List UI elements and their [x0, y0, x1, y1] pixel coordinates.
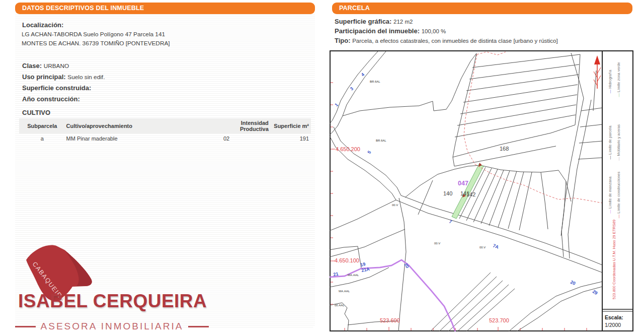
- clase-label: Clase:: [22, 62, 42, 70]
- svg-text:— Hidrografía: — Hidrografía: [608, 70, 612, 94]
- tipo-label: Tipo:: [335, 37, 351, 44]
- left-panel: DATOS DESCRIPTIVOS DEL INMUEBLE Localiza…: [15, 3, 315, 328]
- land-code: BR.6AL: [370, 80, 380, 83]
- legend-swatch-mobiliario: —: [616, 157, 621, 161]
- map-frame: [330, 51, 633, 331]
- superficie-row: Superficie construida:: [15, 84, 315, 92]
- legend-swatch-parcela: —: [608, 156, 612, 160]
- participacion-value: 100,00 %: [422, 28, 446, 34]
- land-code: MA.AAL: [348, 274, 359, 277]
- right-panel-body: Superficie gráfica: 212 m2 Participación…: [332, 11, 632, 46]
- participacion-label: Participación del inmueble:: [335, 27, 420, 35]
- tipo-value: Parcela, a efectos catastrales, con inmu…: [352, 38, 557, 44]
- table-row: a MM Pinar maderable 02 191: [19, 133, 311, 144]
- coords-note: 523.800 Coordenadas U.T.M. Huso 29 ETRS8…: [612, 220, 616, 299]
- location-block: Localización:: [15, 21, 315, 29]
- superficie-grafica-label: Superficie gráfica:: [335, 18, 391, 25]
- clase-value: URBANO: [44, 62, 69, 70]
- clase-row: Clase: URBANO: [15, 62, 315, 70]
- left-panel-header: DATOS DESCRIPTIVOS DEL INMUEBLE: [15, 3, 315, 14]
- participacion-row: Participación del inmueble: 100,00 %: [332, 27, 632, 35]
- right-panel-header: PARCELA: [332, 3, 632, 14]
- land-code: 00.V: [434, 242, 440, 245]
- svg-text:— Mobiliario y aceras: — Mobiliario y aceras: [616, 124, 621, 161]
- col-intensidad: Intensidad Productiva: [213, 118, 270, 133]
- anio-label: Año construcción:: [22, 95, 80, 103]
- col-superficie: Superficie m²: [270, 118, 311, 133]
- cultivo-header-row: Subparcela Cultivo/aprovechamiento Inten…: [19, 118, 311, 133]
- cell-cultivo: MM Pinar maderable: [65, 133, 213, 144]
- tagline-text: ASESORA INMOBILIARIA: [41, 321, 184, 332]
- logo-tagline: ASESORA INMOBILIARIA: [15, 321, 209, 332]
- coord-label-north2: 4.650.100: [335, 257, 359, 263]
- cultivo-title: CULTIVO: [22, 109, 315, 116]
- land-code: 00.AAL: [335, 304, 345, 307]
- legend-swatch-hidrografia: —: [608, 89, 612, 93]
- col-cultivo: Cultivo/aprovechamiento: [65, 118, 213, 133]
- right-panel: PARCELA Superficie gráfica: 212 m2 Parti…: [332, 3, 632, 46]
- tagline-left-rule: [15, 326, 36, 327]
- parcel-140-label: 140: [443, 190, 452, 196]
- uso-row: Uso principal: Suelo sin edif.: [15, 73, 315, 81]
- scale-value: 1/2000: [605, 322, 621, 328]
- coord-label-north1: 4.650.200: [336, 146, 360, 152]
- cell-superficie: 191: [270, 133, 311, 144]
- uso-label: Uso principal:: [22, 73, 66, 81]
- col-subparcela: Subparcela: [19, 118, 65, 133]
- location-label: Localización:: [22, 21, 315, 29]
- superficie-label: Superficie construida:: [22, 84, 91, 92]
- legend-zona-verde: Límite zona verde: [616, 62, 621, 92]
- svg-text:— Límite de parcela: — Límite de parcela: [608, 125, 612, 160]
- poligono-047-label: 047: [458, 180, 468, 187]
- parcel-142-label: 142: [466, 191, 475, 197]
- land-code: 00.V: [392, 204, 398, 207]
- road-number: 19: [360, 261, 366, 267]
- scale-label: Escala:: [605, 314, 623, 320]
- tagline-right-rule: [188, 326, 209, 327]
- cultivo-table: Subparcela Cultivo/aprovechamiento Inten…: [19, 118, 311, 144]
- logo-name: ISABEL CERQUEIRA: [18, 291, 207, 312]
- agency-logo: CABAQUEIRA ISABEL CERQUEIRA ASESORA INMO…: [15, 239, 226, 336]
- coord-label-east1: 523.600: [380, 317, 400, 323]
- legend-manzana: Límite de manzana: [608, 176, 612, 209]
- legend-hidrografia: Hidrografía: [608, 70, 612, 89]
- land-code: 00.V: [479, 246, 486, 249]
- superficie-grafica-value: 212 m2: [393, 19, 413, 25]
- land-code: BR.6AL: [376, 139, 386, 142]
- legend-construcciones: Límite de construcciones: [616, 171, 621, 213]
- cell-subparcela: a: [19, 133, 65, 144]
- left-panel-body: Localización: LG ACHAN-TABORDA Suelo Pol…: [15, 11, 315, 328]
- legend-swatch-zona-verde: —: [616, 93, 621, 97]
- svg-text:— Límite de construcciones: — Límite de construcciones: [616, 171, 621, 218]
- parcel-168-label: 168: [500, 146, 509, 152]
- road-number: 21: [333, 271, 339, 277]
- cell-intensidad: 02: [213, 133, 270, 144]
- cadastral-map-svg: 4.650.200 4.650.100 523.600 523.700 168 …: [330, 50, 633, 331]
- location-line2: MONTES DE ACHAN. 36739 TOMIÑO [PONTEVEDR…: [15, 40, 315, 47]
- cultivo-block: CULTIVO: [15, 109, 315, 116]
- legend-mobiliario: Mobiliario y aceras: [616, 124, 621, 156]
- uso-value: Suelo sin edif.: [67, 74, 105, 81]
- svg-text:— Límite zona verde: — Límite zona verde: [616, 62, 621, 97]
- coord-label-east2: 523.700: [489, 317, 509, 323]
- tipo-row: Tipo: Parcela, a efectos catastrales, co…: [332, 37, 632, 44]
- superficie-grafica-row: Superficie gráfica: 212 m2: [332, 18, 632, 25]
- land-code: MA.AAL: [339, 290, 350, 293]
- legend-swatch-manzana: —: [608, 210, 612, 214]
- legend-parcela: Límite de parcela: [608, 125, 612, 155]
- cadastral-map: 4.650.200 4.650.100 523.600 523.700 168 …: [330, 50, 633, 331]
- anio-row: Año construcción:: [15, 95, 315, 103]
- legend-swatch-construcciones: —: [616, 214, 621, 218]
- svg-text:— Límite de manzana: — Límite de manzana: [608, 176, 612, 213]
- location-line1: LG ACHAN-TABORDA Suelo Polígono 47 Parce…: [15, 31, 315, 38]
